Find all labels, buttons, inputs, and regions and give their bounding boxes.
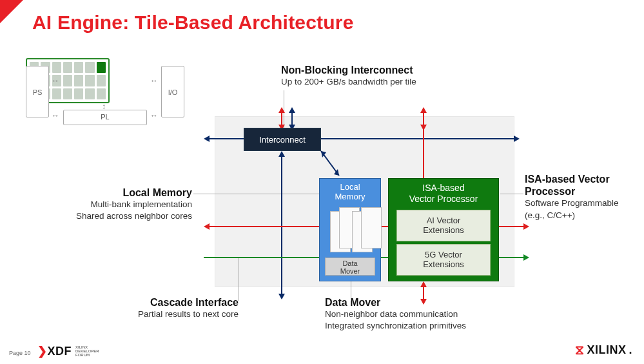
nonblocking-heading: Non-Blocking Interconnect (281, 65, 449, 76)
xilinx-mark-icon: ⧖ (575, 343, 585, 358)
overview-highlighted-tile (97, 62, 106, 73)
vector-processor-block: ISA-based Vector Processor AI Vector Ext… (388, 178, 499, 281)
leader-line (351, 281, 351, 301)
double-arrow-v-icon: ↕ (102, 102, 106, 111)
local-memory-title: Local Memory (320, 179, 380, 203)
leader-line (193, 194, 320, 194)
datamover-heading: Data Mover (325, 297, 493, 308)
vecproc-text1: Software Programmable (525, 197, 641, 209)
vecproc-text2: (e.g., C/C++) (525, 210, 641, 221)
xilinx-logo: ⧖ XILINX. (575, 343, 632, 358)
localmem-callout: Local Memory Multi-bank implementation S… (53, 187, 192, 222)
local-memory-block: Local Memory Data Mover (319, 178, 381, 281)
chevron-icon: ❯ (37, 345, 48, 358)
double-arrow-icon: ↔ (52, 111, 59, 120)
cascade-callout: Cascade Interface Partial results to nex… (103, 297, 239, 320)
overview-ps-label: PS (26, 66, 48, 96)
memory-banks (326, 205, 374, 255)
overview-io-label: I/O (162, 66, 184, 96)
double-arrow-icon: ↔ (150, 76, 158, 85)
datamover-text1: Non-neighbor data communication (325, 308, 493, 320)
vecproc-heading: ISA-based Vector Processor (525, 173, 641, 197)
datamover-callout: Data Mover Non-neighbor data communicati… (325, 297, 493, 332)
slide-title: AI Engine: Tile-Based Architecture (32, 12, 354, 34)
cascade-text: Partial results to next core (103, 308, 239, 320)
memory-bank-icon (361, 207, 382, 248)
interconnect-block: Interconnect (244, 128, 321, 151)
nonblocking-callout: Non-Blocking Interconnect Up to 200+ GB/… (281, 65, 449, 88)
localmem-text1: Multi-bank implementation (53, 199, 192, 210)
vector-processor-title: ISA-based Vector Processor (389, 179, 498, 207)
nonblocking-text: Up to 200+ GB/s bandwidth per tile (281, 76, 449, 88)
page-number: Page 10 (9, 350, 31, 356)
ai-vector-ext: AI Vector Extensions (396, 210, 491, 241)
5g-vector-ext: 5G Vector Extensions (396, 244, 491, 276)
cascade-heading: Cascade Interface (103, 297, 239, 308)
leader-line (500, 194, 523, 194)
overview-io-box: I/O (161, 66, 184, 117)
data-mover-block: Data Mover (325, 258, 375, 276)
datamover-text2: Integrated synchronization primitives (325, 320, 493, 332)
vecproc-callout: ISA-based Vector Processor Software Prog… (525, 173, 641, 221)
double-arrow-icon: ↔ (150, 111, 158, 120)
interconnect-label: Interconnect (259, 135, 306, 145)
overview-ps-box: PS (26, 66, 49, 117)
overview-pl-label: PL (101, 113, 109, 121)
xdf-logo: ❯XDF XILINX DEVELOPER FORUM (37, 344, 99, 358)
xilinx-text: XILINX (587, 343, 626, 357)
xdf-logo-text: ❯XDF (37, 344, 72, 358)
corner-accent (0, 0, 23, 23)
double-arrow-icon: ↔ (52, 76, 59, 85)
localmem-heading: Local Memory (53, 187, 192, 199)
localmem-text2: Shared across neighbor cores (53, 210, 192, 222)
leader-line (239, 258, 239, 301)
overview-diagram: PS I/O PL ↔ ↔ ↔ ↔ ↕ (26, 58, 187, 136)
overview-pl-box: PL (63, 110, 147, 125)
xdf-subtitle: XILINX DEVELOPER FORUM (75, 345, 99, 357)
